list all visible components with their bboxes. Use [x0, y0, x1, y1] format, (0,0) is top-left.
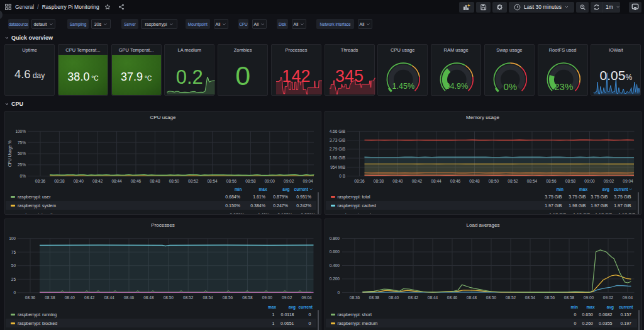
svg-text:08:56: 08:56: [546, 179, 557, 183]
svg-text:1.45%: 1.45%: [392, 82, 414, 91]
svg-text:08:46: 08:46: [131, 179, 142, 183]
svg-text:25: 25: [11, 277, 16, 282]
svg-text:08:36: 08:36: [349, 295, 360, 300]
svg-text:CPU Usage %: CPU Usage %: [8, 140, 13, 167]
svg-text:1.86 GiB: 1.86 GiB: [329, 156, 345, 160]
svg-text:0%: 0%: [20, 174, 26, 178]
svg-text:25%: 25%: [18, 162, 26, 167]
svg-text:08:56: 08:56: [226, 179, 237, 183]
svg-text:08:54: 08:54: [203, 295, 213, 300]
svg-text:09:00: 09:00: [265, 179, 275, 183]
svg-text:08:58: 08:58: [245, 179, 256, 183]
svg-text:08:42: 08:42: [408, 295, 418, 300]
svg-text:08:56: 08:56: [544, 295, 555, 300]
svg-text:08:48: 08:48: [143, 295, 154, 300]
svg-text:08:36: 08:36: [25, 295, 36, 300]
svg-text:09:02: 09:02: [603, 179, 614, 183]
svg-text:0.800: 0.800: [329, 236, 340, 241]
svg-text:08:46: 08:46: [124, 295, 135, 300]
svg-text:08:58: 08:58: [242, 295, 253, 300]
svg-text:08:38: 08:38: [45, 295, 55, 300]
svg-text:08:54: 08:54: [526, 179, 537, 183]
svg-text:09:00: 09:00: [262, 295, 273, 300]
svg-text:08:42: 08:42: [84, 295, 95, 300]
svg-text:08:40: 08:40: [392, 179, 403, 183]
svg-text:0: 0: [13, 290, 16, 295]
svg-text:08:44: 08:44: [431, 179, 441, 183]
svg-text:100: 100: [9, 236, 16, 241]
svg-text:08:44: 08:44: [104, 295, 114, 300]
svg-text:954 MiB: 954 MiB: [330, 165, 345, 169]
svg-text:08:46: 08:46: [447, 295, 457, 300]
svg-text:0 B: 0 B: [339, 174, 345, 178]
svg-text:09:04: 09:04: [623, 179, 633, 183]
svg-text:08:50: 08:50: [164, 295, 174, 300]
svg-text:08:50: 08:50: [169, 179, 180, 183]
svg-text:0%: 0%: [503, 81, 517, 92]
svg-text:08:38: 08:38: [369, 295, 379, 300]
svg-text:09:02: 09:02: [602, 295, 613, 300]
svg-text:08:52: 08:52: [183, 295, 194, 300]
svg-text:50: 50: [11, 263, 16, 268]
svg-text:08:54: 08:54: [525, 295, 535, 300]
svg-text:0: 0: [337, 290, 340, 295]
svg-text:08:40: 08:40: [388, 295, 399, 300]
svg-text:34.9%: 34.9%: [446, 82, 468, 91]
svg-text:0.600: 0.600: [329, 249, 340, 254]
svg-text:08:58: 08:58: [565, 179, 575, 183]
svg-text:4.66 GiB: 4.66 GiB: [329, 129, 345, 134]
svg-text:09:02: 09:02: [284, 179, 294, 183]
svg-text:09:04: 09:04: [301, 295, 312, 300]
svg-text:2.79 GiB: 2.79 GiB: [329, 147, 345, 151]
svg-text:08:44: 08:44: [111, 179, 122, 183]
svg-text:08:48: 08:48: [469, 179, 480, 183]
svg-text:09:04: 09:04: [303, 179, 313, 183]
svg-text:08:36: 08:36: [35, 179, 46, 183]
svg-text:0.400: 0.400: [329, 263, 340, 268]
svg-text:08:36: 08:36: [354, 179, 365, 183]
svg-text:75: 75: [11, 250, 16, 254]
svg-text:08:58: 08:58: [564, 295, 574, 300]
svg-text:100%: 100%: [15, 129, 26, 134]
svg-text:08:48: 08:48: [466, 295, 477, 300]
svg-text:08:46: 08:46: [450, 179, 460, 183]
svg-text:08:50: 08:50: [488, 179, 499, 183]
svg-text:09:00: 09:00: [584, 179, 595, 183]
svg-text:08:44: 08:44: [427, 295, 438, 300]
svg-text:3.73 GiB: 3.73 GiB: [329, 138, 345, 142]
svg-text:09:02: 09:02: [282, 295, 292, 300]
svg-text:08:38: 08:38: [54, 179, 65, 183]
svg-text:08:52: 08:52: [188, 179, 199, 183]
svg-text:09:00: 09:00: [583, 295, 594, 300]
svg-text:08:40: 08:40: [74, 179, 84, 183]
svg-text:08:52: 08:52: [508, 179, 518, 183]
svg-text:23%: 23%: [554, 81, 573, 92]
svg-text:08:40: 08:40: [65, 295, 75, 300]
svg-text:75%: 75%: [18, 140, 26, 145]
svg-text:08:42: 08:42: [92, 179, 103, 183]
svg-text:09:04: 09:04: [622, 295, 633, 300]
svg-text:50%: 50%: [18, 151, 26, 156]
svg-text:08:48: 08:48: [150, 179, 160, 183]
svg-text:0.200: 0.200: [329, 276, 340, 281]
svg-text:08:56: 08:56: [223, 295, 233, 300]
svg-text:08:38: 08:38: [373, 179, 384, 183]
svg-text:08:42: 08:42: [411, 179, 422, 183]
svg-text:08:52: 08:52: [505, 295, 516, 300]
svg-text:08:50: 08:50: [486, 295, 496, 300]
svg-text:08:54: 08:54: [207, 179, 218, 183]
